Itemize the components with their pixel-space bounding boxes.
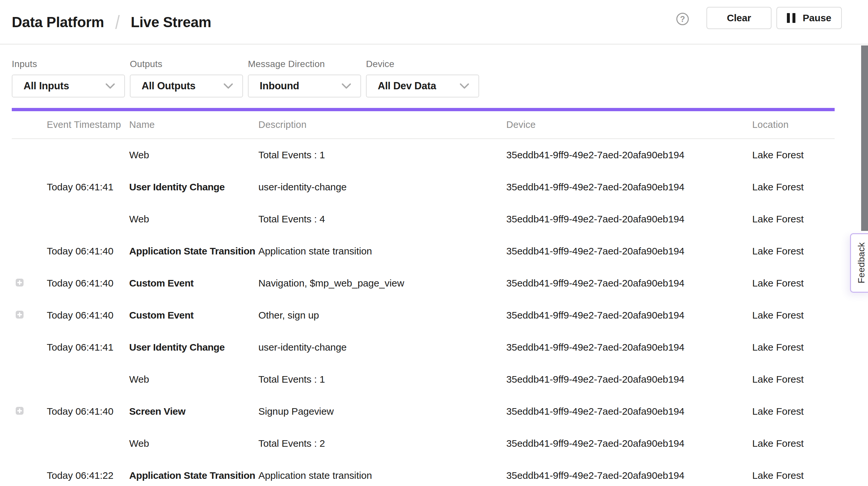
row-description: Navigation, $mp_web_page_view (258, 278, 506, 289)
row-timestamp: Today 06:41:40 (47, 278, 129, 289)
message-direction-select[interactable]: Inbound (248, 74, 361, 97)
table-row: Today 06:41:40 Screen View Signup Pagevi… (12, 395, 835, 427)
inputs-select[interactable]: All Inputs (12, 74, 125, 97)
expand-cell (12, 470, 47, 481)
row-description: user-identity-change (258, 182, 506, 193)
table-row: Today 06:41:41 User Identity Change user… (12, 171, 835, 203)
filter-outputs: Outputs All Outputs (130, 58, 243, 97)
expand-cell (12, 406, 47, 417)
message-direction-select-value: Inbound (260, 80, 299, 92)
table-row: Web Total Events : 1 35eddb41-9ff9-49e2-… (12, 139, 835, 171)
device-select-value: All Dev Data (378, 80, 436, 92)
expand-button[interactable] (16, 407, 24, 415)
row-timestamp: Today 06:41:22 (47, 470, 129, 481)
row-name: Application State Transition (129, 470, 258, 481)
stream-activity-bar (12, 108, 835, 111)
column-header-location: Location (752, 119, 835, 130)
column-header-name: Name (129, 119, 258, 130)
table-row: Today 06:41:40 Custom Event Other, sign … (12, 299, 835, 331)
row-timestamp: Today 06:41:40 (47, 310, 129, 321)
row-timestamp: Today 06:41:41 (47, 342, 129, 353)
row-location: Lake Forest (752, 406, 835, 417)
breadcrumb-page: Live Stream (131, 14, 211, 30)
row-timestamp: Today 06:41:41 (47, 182, 129, 193)
breadcrumb-section[interactable]: Data Platform (12, 14, 104, 30)
expand-cell (12, 374, 47, 385)
expand-cell (12, 310, 47, 321)
pause-icon (787, 13, 796, 23)
row-name: Custom Event (129, 278, 258, 289)
row-description: Total Events : 4 (258, 214, 506, 225)
outputs-select[interactable]: All Outputs (130, 74, 243, 97)
row-timestamp: Today 06:41:40 (47, 246, 129, 257)
row-description: Signup Pageview (258, 406, 506, 417)
device-select[interactable]: All Dev Data (366, 74, 479, 97)
row-description: Total Events : 1 (258, 374, 506, 385)
row-device: 35eddb41-9ff9-49e2-7aed-20afa90eb194 (506, 470, 752, 481)
row-location: Lake Forest (752, 342, 835, 353)
row-name: Screen View (129, 406, 258, 417)
help-icon[interactable]: ? (676, 13, 689, 25)
table-row: Today 06:41:22 Application State Transit… (12, 459, 835, 486)
row-description: Application state transition (258, 246, 506, 257)
row-location: Lake Forest (752, 278, 835, 289)
row-timestamp: Today 06:41:40 (47, 406, 129, 417)
filter-message-direction-label: Message Direction (248, 58, 361, 70)
outputs-select-value: All Outputs (142, 80, 195, 92)
expand-cell (12, 246, 47, 257)
app-header: Data Platform / Live Stream ? Clear Paus… (0, 0, 868, 44)
row-device: 35eddb41-9ff9-49e2-7aed-20afa90eb194 (506, 342, 752, 353)
row-description: Application state transition (258, 470, 506, 481)
column-header-description: Description (258, 119, 506, 130)
expand-cell (12, 438, 47, 449)
row-location: Lake Forest (752, 214, 835, 225)
row-name: Application State Transition (129, 246, 258, 257)
expand-cell (12, 149, 47, 160)
row-device: 35eddb41-9ff9-49e2-7aed-20afa90eb194 (506, 246, 752, 257)
live-stream-table: Event Timestamp Name Description Device … (12, 111, 835, 486)
table-row: Web Total Events : 2 35eddb41-9ff9-49e2-… (12, 427, 835, 459)
row-device: 35eddb41-9ff9-49e2-7aed-20afa90eb194 (506, 149, 752, 160)
pause-button-label: Pause (803, 12, 831, 24)
row-location: Lake Forest (752, 149, 835, 160)
breadcrumb: Data Platform / Live Stream (12, 0, 211, 44)
breadcrumb-separator: / (115, 11, 120, 33)
filter-inputs: Inputs All Inputs (12, 58, 125, 97)
row-location: Lake Forest (752, 374, 835, 385)
filter-outputs-label: Outputs (130, 58, 243, 70)
expand-cell (12, 278, 47, 289)
clear-button-label: Clear (727, 12, 751, 24)
row-location: Lake Forest (752, 182, 835, 193)
row-description: Total Events : 2 (258, 438, 506, 449)
live-stream-page: Data Platform / Live Stream ? Clear Paus… (0, 0, 868, 486)
row-name: User Identity Change (129, 342, 258, 353)
expand-cell (12, 342, 47, 353)
expand-cell (12, 214, 47, 225)
pause-button[interactable]: Pause (776, 7, 842, 29)
row-name: Web (129, 438, 258, 449)
row-device: 35eddb41-9ff9-49e2-7aed-20afa90eb194 (506, 310, 752, 321)
row-location: Lake Forest (752, 470, 835, 481)
row-description: user-identity-change (258, 342, 506, 353)
chevron-down-icon (341, 83, 351, 89)
table-body: Web Total Events : 1 35eddb41-9ff9-49e2-… (12, 139, 835, 486)
row-device: 35eddb41-9ff9-49e2-7aed-20afa90eb194 (506, 278, 752, 289)
row-device: 35eddb41-9ff9-49e2-7aed-20afa90eb194 (506, 214, 752, 225)
row-name: User Identity Change (129, 182, 258, 193)
row-location: Lake Forest (752, 310, 835, 321)
column-header-device: Device (506, 119, 752, 130)
table-header-row: Event Timestamp Name Description Device … (12, 111, 835, 139)
expand-cell (12, 182, 47, 193)
expand-button[interactable] (16, 279, 24, 286)
row-description: Other, sign up (258, 310, 506, 321)
vertical-scrollbar-thumb[interactable] (861, 45, 868, 231)
clear-button[interactable]: Clear (707, 7, 772, 29)
expand-button[interactable] (16, 311, 24, 318)
feedback-tab[interactable]: Feedback (850, 233, 868, 293)
row-name: Web (129, 149, 258, 160)
row-name: Custom Event (129, 310, 258, 321)
chevron-down-icon (105, 83, 115, 89)
row-location: Lake Forest (752, 438, 835, 449)
row-device: 35eddb41-9ff9-49e2-7aed-20afa90eb194 (506, 374, 752, 385)
filter-message-direction: Message Direction Inbound (248, 58, 361, 97)
